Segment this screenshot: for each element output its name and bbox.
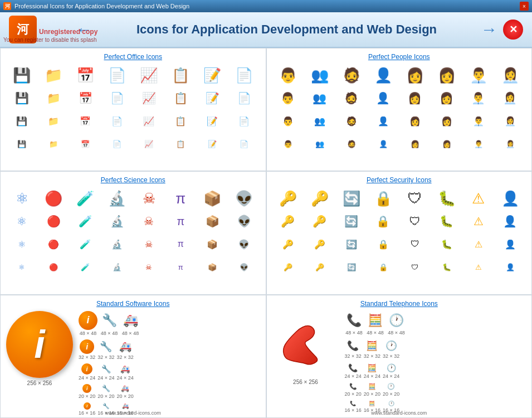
- science-icon: ⚛: [6, 256, 37, 278]
- person-icon: 👥: [304, 133, 335, 155]
- security-icon: 🛡: [399, 233, 431, 255]
- person-icon: 👩: [431, 133, 462, 155]
- science-icon: π: [165, 256, 196, 278]
- security-icon: 🔑: [272, 187, 304, 210]
- office-icon: 📋: [165, 64, 196, 86]
- person-icon: 👥: [304, 64, 335, 86]
- person-icon: 👩‍💼: [495, 64, 526, 86]
- person-icon: 👩‍💼: [495, 133, 526, 155]
- science-icon: ⚛: [6, 233, 37, 255]
- telephone-section-title[interactable]: Standard Telephone Icons: [272, 300, 526, 308]
- science-icon: 🔬: [101, 210, 133, 232]
- science-icon: π: [165, 233, 196, 255]
- people-section-title[interactable]: Perfect People Icons: [272, 53, 526, 61]
- people-icon-grid: 👨 👥 🧔 👤 👩 👩 👨‍💼 👩‍💼 👨 👥 🧔 👤 👩 👩 👨‍💼 👩‍💼 …: [272, 64, 526, 155]
- science-icon: 👽: [228, 233, 260, 255]
- science-icon-grid: ⚛ 🔴 🧪 🔬 ☠ π 📦 👽 ⚛ 🔴 🧪 🔬 ☠ π 📦 👽 ⚛ 🔴 🧪 🔬 …: [6, 187, 260, 278]
- office-icon: 📅: [70, 64, 101, 86]
- office-icon: 💾: [6, 133, 37, 155]
- science-section: Perfect Science Icons ⚛ 🔴 🧪 🔬 ☠ π 📦 👽 ⚛ …: [0, 171, 266, 294]
- office-section-title[interactable]: Perfect Office Icons: [6, 53, 260, 61]
- office-icon: 💾: [6, 87, 37, 109]
- science-icon: 👽: [228, 256, 260, 278]
- software-big-icon: i: [6, 311, 73, 378]
- science-icon: 📦: [197, 187, 228, 210]
- person-icon: 👥: [304, 110, 335, 132]
- security-icon: ⚠: [463, 256, 494, 278]
- software-section-title[interactable]: Standard Software Icons: [6, 300, 260, 308]
- office-icon: 📅: [70, 110, 101, 132]
- office-icon: 📈: [133, 133, 164, 155]
- science-icon: 📦: [197, 210, 228, 232]
- science-icon: 👽: [228, 210, 260, 232]
- office-icon: 📈: [133, 110, 164, 132]
- security-icon: 🔄: [336, 233, 367, 255]
- next-arrow-icon[interactable]: →: [481, 20, 497, 39]
- security-icon: 👤: [495, 233, 526, 255]
- office-icon: 📁: [38, 87, 69, 109]
- security-icon: 🔑: [272, 233, 304, 255]
- security-icon: 🐛: [431, 233, 462, 255]
- office-icon: 💾: [6, 110, 37, 132]
- person-icon: 👨: [272, 133, 304, 155]
- person-icon: 👨‍💼: [463, 87, 494, 109]
- office-icon: 📝: [197, 87, 228, 109]
- software-url: www.standard-icons.com: [1, 410, 266, 416]
- person-icon: 👩: [431, 110, 462, 132]
- office-icon: 📋: [165, 133, 196, 155]
- science-icon: ☠: [133, 256, 164, 278]
- science-icon: 🔬: [101, 256, 133, 278]
- security-icon: 👤: [495, 187, 526, 210]
- office-icon: 📄: [101, 87, 133, 109]
- software-section: Standard Software Icons i 256 × 256 i 48…: [0, 295, 266, 418]
- science-icon: 📦: [197, 233, 228, 255]
- security-icon: 👤: [495, 256, 526, 278]
- office-icon: 📝: [197, 64, 228, 86]
- person-icon: 👤: [368, 87, 399, 109]
- office-icon: 📄: [228, 64, 260, 86]
- security-icon: 🛡: [399, 210, 431, 232]
- watermark-text: Unregistered copy: [39, 28, 97, 36]
- security-icon: 🔒: [368, 233, 399, 255]
- header-close-button[interactable]: ✕: [503, 20, 523, 40]
- science-icon: 🔴: [38, 256, 69, 278]
- security-icon: ⚠: [463, 233, 494, 255]
- security-icon: 🐛: [431, 187, 462, 210]
- science-icon: 🧪: [70, 256, 101, 278]
- science-icon: ☠: [133, 187, 164, 210]
- security-icon: 🔑: [304, 210, 335, 232]
- office-icon: 📄: [101, 110, 133, 132]
- science-icon: ☠: [133, 233, 164, 255]
- person-icon: 👨‍💼: [463, 110, 494, 132]
- office-icon: 📝: [197, 133, 228, 155]
- titlebar: 河 Professional Icons for Application Dev…: [0, 0, 532, 12]
- security-icon: 🐛: [431, 210, 462, 232]
- science-icon: π: [165, 210, 196, 232]
- science-icon: 🔴: [38, 233, 69, 255]
- person-icon: 👨‍💼: [463, 133, 494, 155]
- person-icon: 👨: [272, 110, 304, 132]
- person-icon: 👩: [399, 110, 431, 132]
- office-icon-grid: 💾 📁 📅 📄 📈 📋 📝 📄 💾 📁 📅 📄 📈 📋 📝 📄 💾 📁 📅 📄 …: [6, 64, 260, 155]
- titlebar-close-button[interactable]: ×: [520, 2, 529, 11]
- science-section-title[interactable]: Perfect Science Icons: [6, 176, 260, 184]
- office-icon: 📁: [38, 133, 69, 155]
- person-icon: 👩: [431, 87, 462, 109]
- person-icon: 🧔: [336, 133, 367, 155]
- science-icon: ☠: [133, 210, 164, 232]
- security-icon: 🛡: [399, 256, 431, 278]
- office-icon: 📄: [101, 133, 133, 155]
- office-icon: 📄: [228, 87, 260, 109]
- security-icon: 🔄: [336, 256, 367, 278]
- security-icon: 🔑: [304, 256, 335, 278]
- security-icon: 🔑: [304, 233, 335, 255]
- telephone-section: Standard Telephone Icons: [266, 295, 533, 418]
- software-big-size-label: 256 × 256: [27, 380, 52, 386]
- science-icon: 🧪: [70, 187, 101, 210]
- security-icon: 🔑: [272, 210, 304, 232]
- person-icon: 👨: [272, 64, 304, 86]
- main-content: Perfect Office Icons 💾 📁 📅 📄 📈 📋 📝 📄 💾 📁…: [0, 48, 532, 418]
- office-icon: 📅: [70, 87, 101, 109]
- person-icon: 👩: [399, 133, 431, 155]
- security-section-title[interactable]: Perfect Security Icons: [272, 176, 526, 184]
